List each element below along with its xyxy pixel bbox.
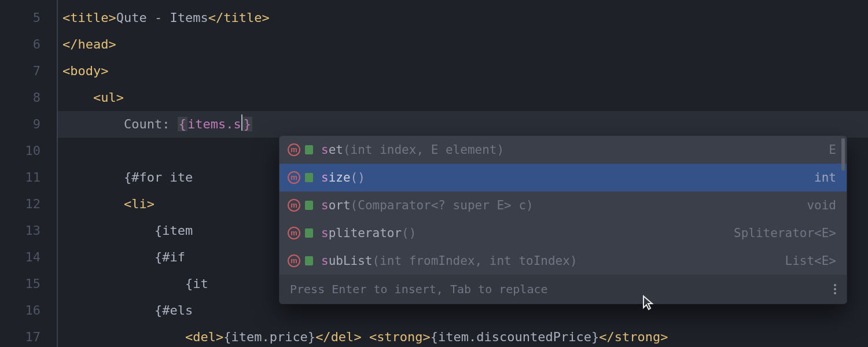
autocomplete-popup[interactable]: m set(int index, E element) E m size() i… — [279, 135, 847, 304]
more-options-icon[interactable] — [834, 284, 836, 294]
field-icon — [305, 173, 313, 182]
line-number: 12 — [0, 191, 57, 217]
line-gutter: 5 6 7 8 9 10 11 12 13 14 15 16 17 — [0, 0, 58, 347]
line-number: 8 — [0, 84, 57, 111]
method-icon: m — [288, 227, 300, 239]
line-number: 9 — [0, 111, 57, 138]
line-number: 15 — [0, 271, 57, 297]
method-icon: m — [288, 199, 300, 212]
popup-hint: Press Enter to insert, Tab to replace — [290, 276, 548, 302]
code-line[interactable]: </head> — [58, 31, 868, 58]
field-icon — [305, 256, 313, 265]
return-type: Spliterator<E> — [734, 220, 836, 246]
completion-item-set[interactable]: m set(int index, E element) E — [279, 136, 847, 164]
popup-scrollbar[interactable] — [841, 138, 845, 171]
field-icon — [305, 201, 313, 210]
line-number: 10 — [0, 138, 57, 164]
code-area[interactable]: <title>Qute - Items</title> </head> <bod… — [58, 0, 868, 347]
completion-list[interactable]: m set(int index, E element) E m size() i… — [279, 136, 847, 275]
line-number: 6 — [0, 31, 57, 58]
code-line[interactable]: <title>Qute - Items</title> — [58, 5, 868, 31]
field-icon — [305, 228, 313, 238]
line-number: 11 — [0, 164, 57, 191]
completion-item-spliterator[interactable]: m spliterator() Spliterator<E> — [279, 219, 847, 247]
field-icon — [305, 145, 313, 154]
code-editor[interactable]: 5 6 7 8 9 10 11 12 13 14 15 16 17 <title… — [0, 0, 868, 347]
return-type: E — [829, 136, 836, 163]
completion-item-size[interactable]: m size() int — [279, 164, 847, 191]
line-number: 13 — [0, 217, 57, 244]
line-number: 7 — [0, 58, 57, 84]
return-type: int — [814, 164, 836, 191]
method-icon: m — [288, 143, 300, 156]
line-number: 14 — [0, 244, 57, 271]
method-icon: m — [288, 254, 300, 267]
line-number: 17 — [0, 324, 57, 347]
code-line-active[interactable]: Count: {items.s} — [58, 111, 868, 138]
code-line[interactable]: <del>{item.price}</del> <strong>{item.di… — [58, 324, 868, 347]
completion-item-sort[interactable]: m sort(Comparator<? super E> c) void — [279, 191, 847, 219]
line-number: 16 — [0, 297, 57, 324]
popup-footer: Press Enter to insert, Tab to replace — [279, 275, 847, 304]
code-line[interactable]: <ul> — [58, 84, 868, 111]
completion-item-sublist[interactable]: m subList(int fromIndex, int toIndex) Li… — [279, 247, 847, 275]
return-type: List<E> — [785, 248, 836, 274]
code-line[interactable]: <body> — [58, 58, 868, 84]
line-number: 5 — [0, 5, 57, 31]
method-icon: m — [288, 171, 300, 184]
return-type: void — [807, 192, 836, 219]
